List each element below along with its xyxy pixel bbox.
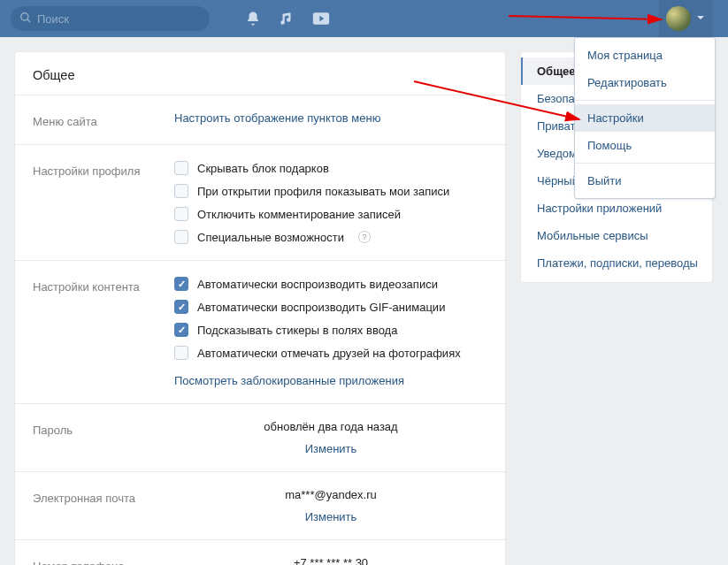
checkbox-label: Подсказывать стикеры в полях ввода	[197, 324, 397, 337]
configure-menu-link[interactable]: Настроить отображение пунктов меню	[174, 111, 487, 125]
checkbox-suggest-stickers[interactable]: Подсказывать стикеры в полях ввода	[174, 323, 487, 337]
sidenav-payments[interactable]: Платежи, подписки, переводы	[521, 249, 712, 277]
search-icon	[19, 11, 32, 27]
dropdown-help[interactable]: Помощь	[575, 132, 715, 159]
section-label: Пароль	[33, 420, 174, 455]
dropdown-edit[interactable]: Редактировать	[575, 69, 715, 96]
video-icon[interactable]	[312, 11, 330, 26]
settings-card: Общее Меню сайта Настроить отображение п…	[14, 51, 506, 565]
checkbox-icon	[174, 161, 188, 175]
section-password: Пароль обновлён два года назад Изменить	[15, 404, 505, 472]
card-header: Общее	[15, 52, 505, 95]
checkbox-icon	[174, 323, 188, 337]
dropdown-divider	[575, 163, 715, 164]
checkbox-icon	[174, 277, 188, 291]
checkbox-label: Автоматически отмечать друзей на фотогра…	[197, 347, 461, 360]
dropdown-divider	[575, 100, 715, 101]
topbar	[0, 0, 728, 37]
checkbox-icon	[174, 346, 188, 360]
checkbox-label: Специальные возможности	[197, 231, 344, 244]
checkbox-icon	[174, 184, 188, 198]
checkbox-accessibility[interactable]: Специальные возможности ?	[174, 230, 487, 244]
checkbox-autoplay-gif[interactable]: Автоматически воспроизводить GIF-анимаци…	[174, 300, 487, 314]
help-icon[interactable]: ?	[358, 231, 371, 243]
dropdown-settings[interactable]: Настройки	[575, 104, 715, 132]
checkbox-label: Автоматически воспроизводить GIF-анимаци…	[197, 301, 445, 314]
password-status: обновлён два года назад	[264, 420, 397, 433]
checkbox-icon	[174, 300, 188, 314]
checkbox-hide-gifts[interactable]: Скрывать блок подарков	[174, 161, 487, 175]
section-label: Номер телефона	[33, 556, 174, 565]
search-input[interactable]	[37, 12, 188, 26]
section-phone: Номер телефона +7 *** *** ** 30 Изменить	[15, 540, 505, 565]
checkbox-autoplay-video[interactable]: Автоматически воспроизводить видеозаписи	[174, 277, 487, 291]
change-email-link[interactable]: Изменить	[305, 510, 357, 523]
checkbox-label: Отключить комментирование записей	[197, 208, 401, 221]
profile-menu-trigger[interactable]	[659, 0, 712, 37]
svg-point-0	[21, 12, 28, 19]
section-label: Электронная почта	[33, 488, 174, 523]
checkbox-disable-comments[interactable]: Отключить комментирование записей	[174, 207, 487, 221]
music-icon[interactable]	[279, 11, 295, 27]
chevron-down-icon	[696, 13, 705, 24]
change-password-link[interactable]: Изменить	[305, 442, 357, 455]
profile-dropdown: Моя страница Редактировать Настройки Пом…	[574, 37, 716, 199]
checkbox-show-my-posts[interactable]: При открытии профиля показывать мои запи…	[174, 184, 487, 198]
blocked-apps-link[interactable]: Посмотреть заблокированные приложения	[174, 374, 487, 387]
avatar	[666, 6, 691, 31]
svg-line-1	[27, 19, 31, 22]
email-value: ma***@yandex.ru	[285, 488, 377, 501]
phone-value: +7 *** *** ** 30	[294, 556, 368, 565]
section-profile-settings: Настройки профиля Скрывать блок подарков…	[15, 145, 505, 261]
dropdown-logout[interactable]: Выйти	[575, 167, 715, 195]
search-box[interactable]	[11, 6, 210, 31]
checkbox-label: Автоматически воспроизводить видеозаписи	[197, 278, 438, 291]
section-site-menu: Меню сайта Настроить отображение пунктов…	[15, 95, 505, 145]
checkbox-label: Скрывать блок подарков	[197, 162, 329, 175]
bell-icon[interactable]	[245, 11, 261, 27]
dropdown-my-page[interactable]: Моя страница	[575, 42, 715, 69]
checkbox-icon	[174, 207, 188, 221]
section-content-settings: Настройки контента Автоматически воспрои…	[15, 261, 505, 404]
section-label: Настройки профиля	[33, 161, 174, 244]
sidenav-mobile[interactable]: Мобильные сервисы	[521, 222, 712, 249]
checkbox-label: При открытии профиля показывать мои запи…	[197, 185, 449, 198]
checkbox-icon	[174, 230, 188, 244]
checkbox-tag-friends[interactable]: Автоматически отмечать друзей на фотогра…	[174, 346, 487, 360]
section-email: Электронная почта ma***@yandex.ru Измени…	[15, 472, 505, 540]
topbar-icons	[245, 11, 330, 27]
section-label: Настройки контента	[33, 277, 174, 387]
section-label: Меню сайта	[33, 111, 174, 128]
